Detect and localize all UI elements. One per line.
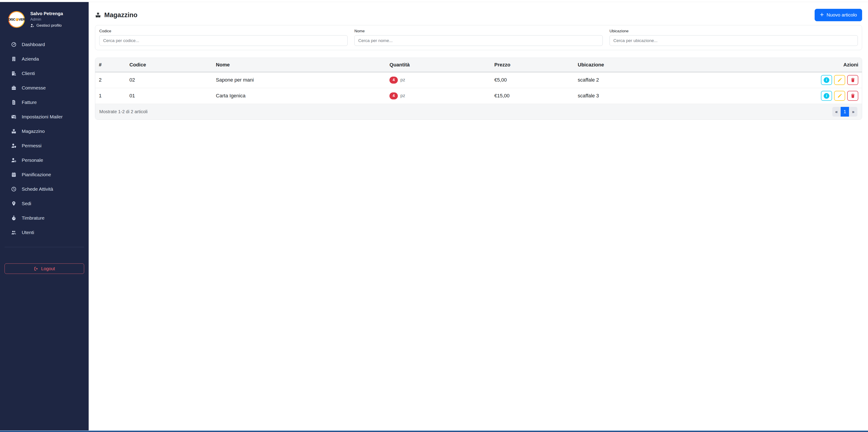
- manage-profile-link[interactable]: Gestisci profilo: [30, 23, 63, 28]
- cell-prezzo: €15,00: [491, 88, 574, 104]
- inventory-table: # Codice Nome Quantità Prezzo Ubicazione…: [95, 58, 862, 104]
- user-profile: DISCVER Salvo Petrenga Admin Gestisci pr…: [0, 2, 89, 28]
- main-content: Magazzino + Nuovo articolo Codice Nome U…: [89, 2, 868, 430]
- cell-codice: 02: [126, 72, 212, 88]
- sidebar-item-pianificazione[interactable]: Pianificazione: [0, 167, 89, 182]
- pagination-prev[interactable]: «: [832, 107, 841, 117]
- cell-azioni: i: [817, 72, 862, 88]
- pagination-page-1[interactable]: 1: [841, 107, 849, 117]
- sidebar-item-dashboard[interactable]: Dashboard: [0, 37, 89, 52]
- sidebar-item-label: Commesse: [22, 85, 46, 91]
- sidebar-item-personale[interactable]: Personale: [0, 153, 89, 167]
- col-nome: Nome: [212, 58, 386, 72]
- new-article-label: Nuovo articolo: [827, 12, 857, 18]
- sidebar-item-label: Fatture: [22, 100, 37, 105]
- sidebar-divider: [4, 247, 84, 247]
- location-pin-icon: [10, 201, 17, 206]
- filter-ubicazione-label: Ubicazione: [610, 29, 858, 33]
- col-index: #: [95, 58, 126, 72]
- gauge-icon: [10, 42, 17, 47]
- edit-button[interactable]: [834, 91, 845, 101]
- col-prezzo: Prezzo: [491, 58, 574, 72]
- nome-search-input[interactable]: [354, 35, 603, 46]
- window-top-edge: [0, 0, 868, 2]
- cell-quantita: 4pz: [386, 72, 491, 88]
- sidebar-item-schede-attivita[interactable]: Schede Attività: [0, 182, 89, 196]
- page-title-text: Magazzino: [104, 11, 137, 19]
- user-pen-icon: [30, 24, 34, 28]
- delete-button[interactable]: [847, 91, 858, 101]
- sidebar-item-label: Utenti: [22, 230, 34, 235]
- sidebar-item-label: Permessi: [22, 143, 41, 148]
- user-shield-icon: [10, 143, 17, 148]
- user-role: Admin: [30, 17, 63, 22]
- sidebar-item-sedi[interactable]: Sedi: [0, 196, 89, 211]
- filter-codice: Codice: [99, 29, 348, 46]
- sidebar-item-permessi[interactable]: Permessi: [0, 138, 89, 153]
- sidebar-menu: Dashboard Azienda Clienti Commesse $ Fat…: [0, 37, 89, 240]
- avatar[interactable]: DISCVER: [8, 11, 25, 28]
- sidebar-item-clienti[interactable]: Clienti: [0, 66, 89, 81]
- cell-nome: Sapone per mani: [212, 72, 386, 88]
- calendar-icon: [10, 172, 17, 177]
- cell-ubicazione: scaffale 2: [574, 72, 817, 88]
- filters-card: Codice Nome Ubicazione: [95, 25, 862, 50]
- sidebar-item-label: Clienti: [22, 71, 35, 76]
- sidebar-item-timbrature[interactable]: Timbrature: [0, 211, 89, 225]
- col-codice: Codice: [126, 58, 212, 72]
- results-summary: Mostrate 1-2 di 2 articoli: [99, 109, 148, 114]
- page-header: Magazzino + Nuovo articolo: [95, 8, 862, 22]
- users-gear-icon: [10, 230, 17, 235]
- edit-button[interactable]: [834, 75, 845, 85]
- building-user-icon: [10, 71, 17, 76]
- sidebar-item-label: Schede Attività: [22, 187, 53, 192]
- user-gear-icon: [10, 158, 17, 163]
- invoice-icon: $: [10, 100, 17, 105]
- sidebar-item-label: Impostazioni Mailer: [22, 114, 63, 120]
- quantity-badge: 4: [390, 92, 398, 99]
- sidebar-item-fatture[interactable]: $ Fatture: [0, 95, 89, 109]
- codice-search-input[interactable]: [99, 35, 348, 46]
- filter-nome-label: Nome: [354, 29, 603, 33]
- avatar-text: VER: [19, 18, 25, 21]
- plus-icon: +: [820, 11, 824, 18]
- briefcase-icon: [10, 85, 17, 91]
- sidebar: DISCVER Salvo Petrenga Admin Gestisci pr…: [0, 2, 89, 430]
- sign-out-icon: [34, 266, 38, 271]
- filter-codice-label: Codice: [99, 29, 348, 33]
- cell-prezzo: €5,00: [491, 72, 574, 88]
- delete-button[interactable]: [847, 75, 858, 85]
- horizontal-scrollbar[interactable]: [0, 430, 868, 432]
- sidebar-item-utenti[interactable]: Utenti: [0, 225, 89, 240]
- pagination-next[interactable]: »: [849, 107, 857, 117]
- user-name: Salvo Petrenga: [30, 11, 63, 16]
- page-title: Magazzino: [95, 11, 137, 19]
- sidebar-item-label: Timbrature: [22, 215, 44, 221]
- info-button[interactable]: i: [821, 91, 832, 101]
- discover-dot-icon: [16, 18, 19, 21]
- new-article-button[interactable]: + Nuovo articolo: [815, 9, 862, 21]
- cell-quantita: 4pz: [386, 88, 491, 104]
- table-row: 2 02 Sapone per mani 4pz €5,00 scaffale …: [95, 72, 862, 88]
- sidebar-item-commesse[interactable]: Commesse: [0, 81, 89, 95]
- filter-nome: Nome: [354, 29, 603, 46]
- boxes-icon: [10, 129, 17, 134]
- avatar-text: DISC: [8, 18, 15, 21]
- col-quantita: Quantità: [386, 58, 491, 72]
- app-root: DISCVER Salvo Petrenga Admin Gestisci pr…: [0, 2, 868, 430]
- info-button[interactable]: i: [821, 75, 832, 85]
- pagination: « 1 »: [832, 107, 857, 117]
- filter-ubicazione: Ubicazione: [610, 29, 858, 46]
- sidebar-item-impostazioni-mailer[interactable]: Impostazioni Mailer: [0, 109, 89, 124]
- trash-icon: [850, 77, 855, 82]
- cell-codice: 01: [126, 88, 212, 104]
- quantity-unit: pz: [400, 77, 405, 82]
- ubicazione-search-input[interactable]: [610, 35, 858, 46]
- sidebar-item-magazzino[interactable]: Magazzino: [0, 124, 89, 138]
- col-ubicazione: Ubicazione: [574, 58, 817, 72]
- logout-button[interactable]: Logout: [4, 263, 84, 274]
- sidebar-item-label: Dashboard: [22, 42, 45, 47]
- sidebar-item-azienda[interactable]: Azienda: [0, 52, 89, 66]
- inventory-table-card: # Codice Nome Quantità Prezzo Ubicazione…: [95, 58, 862, 120]
- svg-text:$: $: [13, 102, 14, 104]
